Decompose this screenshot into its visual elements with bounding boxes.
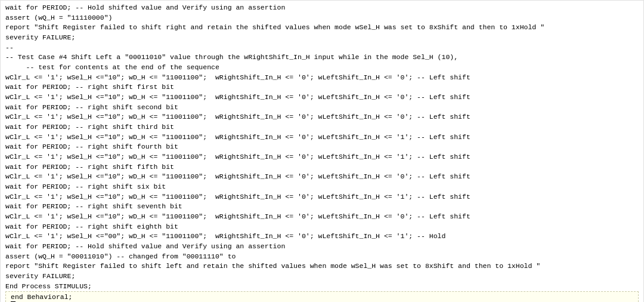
code-line: wait for PERIOD; -- right shift six bit <box>5 182 639 192</box>
code-content: wait for PERIOD; -- Hold shifted value a… <box>5 3 639 291</box>
code-line: severity FAILURE; <box>5 33 639 43</box>
code-line: report "Shift Register failed to shift l… <box>5 261 639 272</box>
code-line: -- test for contents at the end of the s… <box>5 63 639 73</box>
code-line: -- Test Case #4 Shift Left a "00011010" … <box>5 53 639 63</box>
code-editor[interactable]: wait for PERIOD; -- Hold shifted value a… <box>0 0 644 302</box>
code-line: wait for PERIOD; -- Hold shifted value a… <box>5 242 639 252</box>
code-line: End Process STIMULUS; <box>5 282 639 292</box>
code-line: wClr_L <= '1'; wSel_H <="00"; wD_H <= "1… <box>5 232 639 242</box>
code-line: wait for PERIOD; -- Hold shifted value a… <box>5 3 639 13</box>
code-line: assert (wQ_H = "11110000") <box>5 13 639 23</box>
code-line: -- <box>5 43 639 53</box>
code-line: wait for PERIOD; -- right shift fourth b… <box>5 142 639 152</box>
code-line: wClr_L <= '1'; wSel_H <="10"; wD_H <= "1… <box>5 212 639 222</box>
last-code-line: end Behavioral; <box>11 293 633 301</box>
code-line: assert (wQ_H = "00011010") -- changed fr… <box>5 252 639 262</box>
last-line-area[interactable]: end Behavioral; <box>5 291 639 302</box>
code-line: wClr_L <= '1'; wSel_H <="10"; wD_H <= "1… <box>5 192 639 202</box>
code-line: wClr_L <= '1'; wSel_H <="10"; wD_H <= "1… <box>5 152 639 162</box>
code-line: wClr_L <= '1'; wSel_H <="10"; wD_H <= "1… <box>5 93 639 103</box>
code-line: wait for PERIOD; -- right shift seventh … <box>5 202 639 212</box>
code-line: severity FAILURE; <box>5 272 639 282</box>
code-line: wClr_L <= '1'; wSel_H <="10"; wD_H <= "1… <box>5 132 639 143</box>
code-line: wait for PERIOD; -- right shift third bi… <box>5 122 639 132</box>
code-line: wait for PERIOD; -- right shift eighth b… <box>5 222 639 232</box>
code-line: wait for PERIOD; -- right shift second b… <box>5 103 639 113</box>
code-line: wClr_L <= '1'; wSel_H <="10"; wD_H <= "1… <box>5 172 639 182</box>
code-line: wait for PERIOD; -- right shift first bi… <box>5 82 639 93</box>
code-line: wait for PERIOD; -- right shift fifth bi… <box>5 162 639 172</box>
code-line: report "Shift Register failed to shift r… <box>5 23 639 33</box>
code-line: wClr_L <= '1'; wSel_H <="10"; wD_H <= "1… <box>5 112 639 122</box>
code-line: wClr_L <= '1'; wSel_H <="10"; wD_H <= "1… <box>5 73 639 83</box>
